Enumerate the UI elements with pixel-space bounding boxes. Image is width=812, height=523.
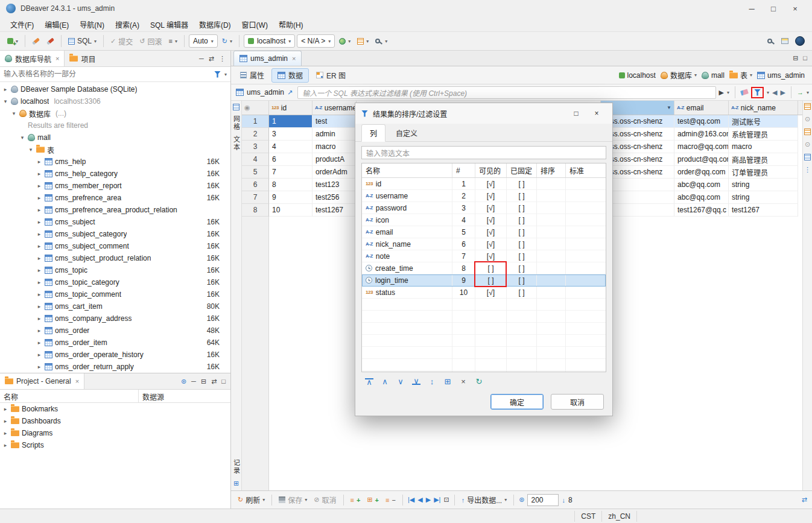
minimize-button[interactable]: ─ [741, 1, 763, 16]
dialog-col-sort[interactable] [537, 238, 566, 250]
dialog-column-row[interactable]: A-Znick_name6[√][ ] [362, 238, 606, 250]
dialog-column-row[interactable]: A-Zpassword3[√][ ] [362, 202, 606, 214]
dialog-col-criteria[interactable] [566, 238, 606, 250]
result-settings-gear-icon[interactable]: ⊛ [519, 496, 524, 504]
tree-item[interactable]: ▸cms_prefrence_area16K [0, 192, 230, 204]
close-button[interactable]: × [784, 1, 806, 16]
row-number[interactable]: 7 [242, 191, 269, 204]
menu-item[interactable]: SQL 编辑器 [145, 18, 194, 31]
tree-item[interactable]: ▾数据库(...) [0, 107, 230, 119]
refresh-columns-icon[interactable]: ↻ [475, 377, 483, 386]
tab-properties[interactable]: 属性 [235, 68, 270, 83]
tree-item[interactable]: ▸cms_subject16K [0, 216, 230, 228]
row-number[interactable]: 3 [242, 141, 269, 153]
dialog-column-row[interactable]: 123status10[√][ ] [362, 287, 606, 299]
dialog-col-name[interactable]: A-Zicon [362, 214, 452, 226]
view-menu-icon[interactable]: ⋮ [219, 55, 226, 63]
expander-icon[interactable]: ▸ [2, 406, 8, 412]
dialog-col-criteria[interactable] [566, 178, 606, 190]
commit-mode-select[interactable]: Auto▾ [189, 34, 218, 48]
cell-email[interactable]: macro@qq.com [674, 141, 729, 153]
cell-id[interactable]: 8 [269, 179, 312, 191]
expander-icon[interactable]: ▾ [2, 98, 8, 104]
breadcrumb-item[interactable]: localhost [619, 71, 656, 80]
project-item[interactable]: ▸Bookmarks [0, 403, 230, 415]
row-number[interactable]: 1 [242, 115, 269, 128]
dialog-col-name[interactable]: A-Znick_name [362, 238, 452, 250]
tree-item[interactable]: ▸cms_help_category16K [0, 168, 230, 180]
dialog-column-row[interactable]: A-Zicon4[√][ ] [362, 214, 606, 226]
cell-id[interactable]: 9 [269, 191, 312, 204]
visible-checkbox[interactable]: [√] [475, 190, 507, 202]
tree-item[interactable]: ▾表 [0, 144, 230, 156]
cell-email[interactable]: order@qq.com [674, 166, 729, 179]
menu-item[interactable]: 数据库(D) [194, 18, 236, 31]
column-header-email[interactable]: A-Zemail [674, 101, 729, 115]
menu-item[interactable]: 帮助(H) [273, 18, 309, 31]
row-number[interactable]: 6 [242, 179, 269, 191]
menu-item[interactable]: 导航(N) [74, 18, 110, 31]
dialog-col-name[interactable]: A-Zemail [362, 226, 452, 238]
cell-nick-name[interactable]: 测试账号 [729, 115, 798, 128]
expander-icon[interactable]: ▾ [19, 135, 25, 141]
menu-item[interactable]: 文件(F) [5, 18, 39, 31]
move-top-icon[interactable]: ∧ [365, 378, 373, 385]
tree-item[interactable]: ▸cms_topic_comment16K [0, 288, 230, 300]
cell-email[interactable]: product@qq.com [674, 153, 729, 166]
pinned-checkbox[interactable]: [ ] [507, 238, 537, 250]
first-row-icon[interactable]: |◀ [408, 496, 414, 504]
grid-view-icon[interactable] [233, 104, 239, 110]
column-menu-icon[interactable]: ▼ [667, 105, 671, 110]
user-account-button[interactable] [793, 34, 807, 48]
dialog-col-sort[interactable] [537, 202, 566, 214]
pinned-checkbox[interactable]: [ ] [507, 178, 537, 190]
transaction-monitor-button[interactable]: ↻▾ [220, 34, 235, 48]
dialog-maximize-button[interactable]: □ [566, 106, 586, 121]
schema-select[interactable]: < N/A >▾ [297, 34, 335, 48]
cell-nick-name[interactable]: 系统管理员 [729, 128, 798, 141]
expander-icon[interactable]: ▸ [36, 195, 42, 201]
menu-item[interactable]: 编辑(E) [39, 18, 74, 31]
menu-item[interactable]: 窗口(W) [236, 18, 273, 31]
panel-virtual-icon[interactable]: ⋮ [804, 166, 811, 174]
cell-id[interactable]: 10 [269, 204, 312, 217]
expander-icon[interactable]: ▾ [11, 110, 17, 116]
filter-settings-icon[interactable] [754, 89, 761, 96]
panel-grouping-icon[interactable] [804, 128, 811, 135]
chevron-down-icon[interactable]: ▾ [94, 39, 97, 44]
cell-nick-name[interactable]: string [729, 179, 798, 191]
cell-id[interactable]: 4 [269, 141, 312, 153]
cell-nick-name[interactable]: macro [729, 141, 798, 153]
save-button[interactable]: 保存▾ [277, 493, 309, 507]
expander-icon[interactable]: ▸ [36, 315, 42, 322]
close-icon[interactable]: × [75, 378, 79, 385]
breadcrumb-item[interactable]: 数据库▾ [661, 70, 697, 80]
ok-button[interactable]: 确定 [490, 394, 544, 410]
pinned-checkbox[interactable]: [ ] [507, 190, 537, 202]
column-header-username[interactable]: A-Zusername [312, 101, 357, 115]
reset-settings-icon[interactable]: × [459, 377, 468, 386]
export-data-button[interactable]: ↑导出数据...▾ [460, 493, 509, 507]
chevron-down-icon[interactable]: ▾ [230, 39, 232, 44]
expander-icon[interactable]: ▸ [36, 219, 42, 225]
chevron-down-icon[interactable]: ▾ [348, 39, 350, 44]
chevron-down-icon[interactable]: ▾ [727, 90, 729, 95]
cell-username[interactable]: test1267 [312, 204, 357, 217]
visible-checkbox[interactable]: [√] [475, 250, 507, 262]
column-header-name[interactable]: 名称 [362, 163, 452, 177]
previous-row-icon[interactable]: ◀ [417, 496, 422, 504]
tree-item[interactable]: Results are filtered [0, 119, 230, 132]
disconnect-button[interactable] [44, 34, 57, 48]
row-number[interactable]: 4 [242, 153, 269, 166]
dialog-col-criteria[interactable] [566, 226, 606, 238]
network-button[interactable]: ▾ [337, 34, 353, 48]
cell-email[interactable]: test1267@qq.c [674, 204, 729, 217]
clear-filter-icon[interactable] [740, 89, 749, 95]
dialog-column-row[interactable]: create_time8[ ][ ] [362, 262, 606, 274]
tree-item[interactable]: ▸cms_topic16K [0, 264, 230, 276]
record-mode-icon[interactable]: ⊞ [233, 480, 239, 487]
expander-icon[interactable]: ▸ [36, 267, 42, 273]
delete-row-button[interactable]: ≡− [384, 493, 398, 507]
tree-item[interactable]: ▸cms_subject_category16K [0, 228, 230, 240]
tree-item[interactable]: ▸oms_order_item64K [0, 337, 230, 349]
